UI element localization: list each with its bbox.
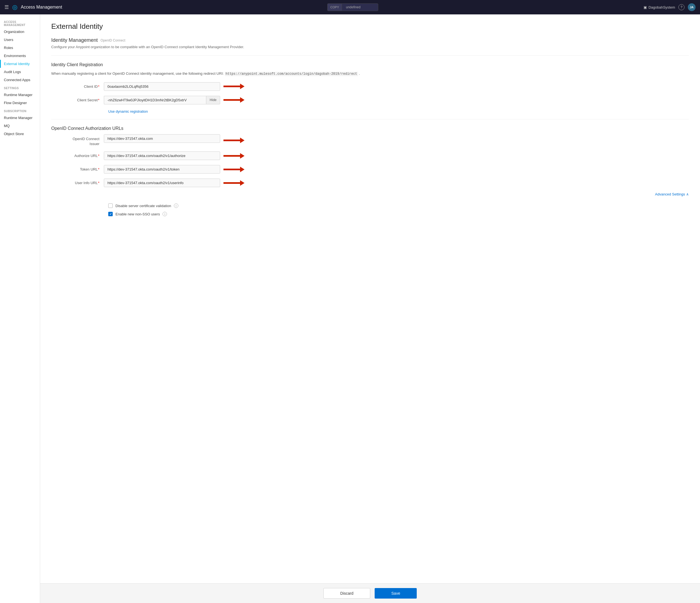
sidebar-item-audit-logs[interactable]: Audit Logs: [0, 68, 40, 76]
copy-value: undefined: [342, 4, 378, 11]
arrow-head-2: [240, 97, 245, 103]
topnav-right: ▣ DagobahSystem ? JA: [644, 3, 696, 11]
disable-cert-row: Disable server certificate validation i: [108, 203, 689, 208]
userinfo-url-row: User Info URL*: [51, 179, 689, 187]
arrow-body-4: [223, 155, 240, 157]
advanced-settings-link[interactable]: Advanced Settings ∧: [655, 192, 689, 196]
client-id-input[interactable]: [104, 82, 220, 91]
token-url-input-wrap: [104, 165, 220, 174]
footer-bar: Discard Save: [40, 583, 700, 603]
sidebar-item-object-store[interactable]: Object Store: [0, 130, 40, 138]
sidebar-item-runtime-manager-sub[interactable]: Runtime Manager: [0, 114, 40, 122]
userinfo-url-label: User Info URL*: [51, 179, 104, 185]
help-button[interactable]: ?: [678, 4, 684, 10]
sidebar-item-flow-designer[interactable]: Flow Designer: [0, 99, 40, 107]
arrow-head-4: [240, 153, 245, 159]
save-button[interactable]: Save: [375, 588, 417, 599]
client-secret-input[interactable]: [104, 96, 206, 104]
authorize-url-arrow: [223, 153, 245, 159]
divider-2: [51, 119, 689, 119]
system-icon: ▣: [644, 5, 647, 9]
userinfo-url-arrow: [223, 180, 245, 186]
arrow-head: [240, 84, 245, 89]
sidebar-item-mq[interactable]: MQ: [0, 122, 40, 130]
arrow-head-5: [240, 167, 245, 172]
logo-icon: ◎: [12, 4, 18, 11]
copy-bar: COPY undefined: [327, 3, 378, 11]
arrow-body-3: [223, 140, 240, 141]
sidebar-item-environments[interactable]: Environments: [0, 52, 40, 60]
enable-nonsso-row: Enable new non-SSO users i: [108, 212, 689, 216]
arrow-body-5: [223, 169, 240, 170]
userinfo-url-input-wrap: [104, 179, 220, 187]
client-secret-label: Client Secret*: [51, 96, 104, 102]
sidebar-item-users[interactable]: Users: [0, 36, 40, 44]
discard-button[interactable]: Discard: [323, 588, 370, 599]
token-url-input[interactable]: [104, 165, 220, 174]
arrow-head-6: [240, 180, 245, 186]
disable-cert-label: Disable server certificate validation: [116, 204, 171, 208]
system-name: DagobahSystem: [649, 5, 675, 9]
authorize-url-row: Authorize URL*: [51, 151, 689, 160]
sidebar-item-external-identity[interactable]: External Identity: [0, 60, 40, 68]
client-reg-desc: When manually registering a client for O…: [51, 71, 689, 77]
identity-management-badge: OpenID Connect: [101, 39, 125, 42]
identity-management-section: Identity Management OpenID Connect: [51, 37, 689, 43]
enable-nonsso-info-icon[interactable]: i: [162, 212, 167, 216]
content-area: External Identity Identity Management Op…: [40, 15, 700, 583]
openid-issuer-input-wrap: [104, 134, 220, 143]
app-title: Access Management: [21, 5, 62, 10]
topnav-center: COPY undefined: [65, 3, 640, 11]
divider-1: [51, 55, 689, 56]
advanced-settings-label: Advanced Settings: [655, 192, 685, 196]
sidebar-item-organization[interactable]: Organization: [0, 28, 40, 36]
user-avatar[interactable]: JA: [688, 3, 696, 11]
arrow-body: [223, 85, 240, 87]
enable-nonsso-checkbox[interactable]: [108, 212, 113, 216]
sidebar-section-settings: SETTINGS: [0, 84, 40, 91]
redirect-uri: https://anypoint.mulesoft.com/accounts/l…: [225, 72, 358, 76]
authorize-url-input[interactable]: [104, 151, 220, 160]
arrow-body-2: [223, 99, 240, 101]
arrow-body-6: [223, 182, 240, 184]
disable-cert-info-icon[interactable]: i: [174, 203, 178, 208]
sidebar-item-roles[interactable]: Roles: [0, 44, 40, 52]
system-info: ▣ DagobahSystem: [644, 5, 675, 9]
identity-management-desc: Configure your Anypoint organization to …: [51, 44, 689, 50]
token-url-arrow: [223, 167, 245, 172]
token-url-label: Token URL*: [51, 165, 104, 171]
dynamic-reg-link[interactable]: Use dynamic registration: [108, 109, 689, 114]
enable-nonsso-label: Enable new non-SSO users: [116, 212, 160, 216]
advanced-settings-icon: ∧: [686, 192, 689, 196]
client-reg-title: Identity Client Registration: [51, 62, 689, 67]
token-url-row: Token URL*: [51, 165, 689, 174]
main-layout: ACCESS MANAGEMENT Organization Users Rol…: [0, 15, 700, 603]
disable-cert-checkbox[interactable]: [108, 203, 113, 208]
client-secret-input-wrap: Hide: [104, 96, 220, 104]
arrow-head-3: [240, 137, 245, 143]
sidebar-item-runtime-manager-settings[interactable]: Runtime Manager: [0, 91, 40, 99]
content-scroll: External Identity Identity Management Op…: [40, 15, 700, 583]
client-id-arrow: [223, 84, 245, 89]
page-title: External Identity: [51, 22, 689, 31]
sidebar-section-access: ACCESS MANAGEMENT: [0, 18, 40, 28]
client-secret-row: Client Secret* Hide: [51, 96, 689, 104]
openid-issuer-row: OpenID ConnectIssuer: [51, 134, 689, 147]
openid-section-title: OpenID Connect Authorization URLs: [51, 126, 689, 131]
hamburger-icon[interactable]: ☰: [4, 4, 9, 10]
sidebar-section-subscription: SUBSCRIPTION: [0, 107, 40, 114]
copy-button[interactable]: COPY: [328, 4, 342, 10]
client-id-input-wrap: [104, 82, 220, 91]
openid-issuer-input[interactable]: [104, 134, 220, 143]
sidebar: ACCESS MANAGEMENT Organization Users Rol…: [0, 15, 40, 603]
client-id-label: Client ID*: [51, 82, 104, 89]
hide-button[interactable]: Hide: [206, 96, 220, 104]
openid-issuer-arrow: [223, 137, 245, 143]
authorize-url-input-wrap: [104, 151, 220, 160]
authorize-url-label: Authorize URL*: [51, 151, 104, 158]
topnav: ☰ ◎ Access Management COPY undefined ▣ D…: [0, 0, 700, 15]
client-id-row: Client ID*: [51, 82, 689, 91]
sidebar-item-connected-apps[interactable]: Connected Apps: [0, 76, 40, 84]
openid-issuer-label: OpenID ConnectIssuer: [51, 134, 104, 147]
userinfo-url-input[interactable]: [104, 179, 220, 187]
